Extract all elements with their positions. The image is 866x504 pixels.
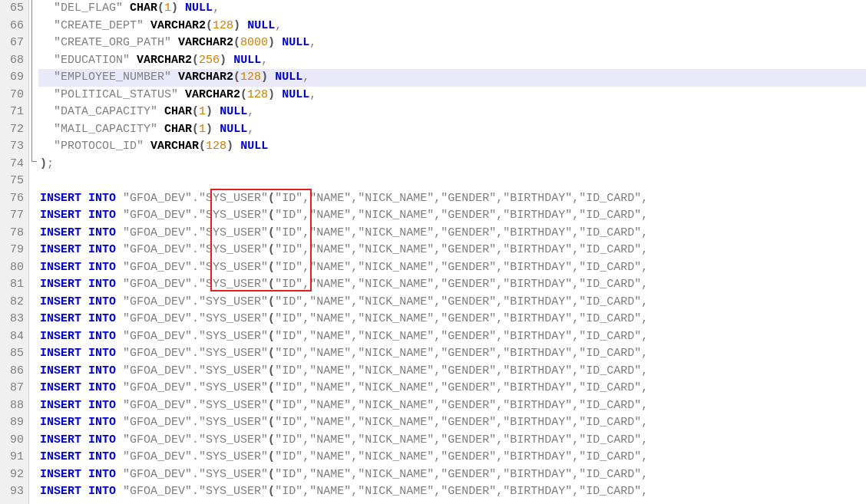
- code-line[interactable]: INSERT INTO "GFOA_DEV"."SYS_USER"("ID","…: [38, 449, 866, 466]
- code-line[interactable]: INSERT INTO "GFOA_DEV"."SYS_USER"("ID","…: [38, 414, 866, 432]
- insert-col: "NAME": [309, 312, 351, 325]
- table-name: "SYS_USER": [199, 209, 268, 222]
- insert-col: "BIRTHDAY": [503, 243, 572, 256]
- line-number: 91: [5, 449, 24, 466]
- table-name: "SYS_USER": [199, 381, 268, 394]
- null-keyword: NULL: [275, 71, 302, 84]
- code-area[interactable]: "DEL_FLAG" CHAR(1) NULL,"CREATE_DEPT" VA…: [38, 0, 866, 504]
- code-line[interactable]: INSERT INTO "GFOA_DEV"."SYS_USER"("ID","…: [38, 328, 866, 346]
- line-number: 74: [5, 156, 24, 173]
- column-type: VARCHAR2: [150, 19, 206, 32]
- insert-col: "GENDER": [441, 243, 496, 256]
- code-line[interactable]: INSERT INTO "GFOA_DEV"."SYS_USER"("ID","…: [38, 225, 866, 242]
- code-line[interactable]: "DATA_CAPACITY" CHAR(1) NULL,: [38, 104, 866, 121]
- code-line[interactable]: "MAIL_CAPACITY" CHAR(1) NULL,: [38, 121, 866, 139]
- insert-col: "ID": [275, 261, 302, 274]
- line-number: 77: [5, 207, 24, 225]
- line-number: 93: [5, 483, 24, 501]
- insert-col: "NAME": [309, 364, 351, 377]
- code-line[interactable]: INSERT INTO "GFOA_DEV"."SYS_USER"("ID","…: [38, 294, 866, 311]
- line-number: 78: [5, 225, 24, 242]
- insert-col: "ID_CARD": [579, 209, 641, 222]
- keyword-insert: INSERT: [40, 468, 81, 481]
- insert-col: "GENDER": [441, 295, 496, 308]
- code-line[interactable]: INSERT INTO "GFOA_DEV"."SYS_USER"("ID","…: [38, 276, 866, 294]
- insert-col: "NICK_NAME": [358, 295, 434, 308]
- column-size: 128: [240, 71, 261, 84]
- insert-col: "ID": [275, 399, 302, 412]
- insert-col: "BIRTHDAY": [503, 364, 572, 377]
- code-line[interactable]: INSERT INTO "GFOA_DEV"."SYS_USER"("ID","…: [38, 259, 866, 277]
- line-number: 76: [5, 190, 24, 208]
- keyword-insert: INSERT: [40, 433, 81, 446]
- insert-col: "ID_CARD": [579, 399, 641, 412]
- line-number: 81: [5, 276, 24, 294]
- keyword-insert: INSERT: [40, 399, 81, 412]
- code-line[interactable]: "POLITICAL_STATUS" VARCHAR2(128) NULL,: [38, 87, 866, 104]
- column-type: CHAR: [130, 2, 157, 15]
- insert-col: "NAME": [309, 243, 351, 256]
- insert-col: "ID_CARD": [579, 468, 641, 481]
- code-line[interactable]: INSERT INTO "GFOA_DEV"."SYS_USER"("ID","…: [38, 432, 866, 450]
- insert-col: "NICK_NAME": [358, 209, 434, 222]
- code-line[interactable]: INSERT INTO "GFOA_DEV"."SYS_USER"("ID","…: [38, 190, 866, 208]
- line-number: 80: [5, 259, 24, 277]
- insert-col: "ID": [275, 468, 302, 481]
- line-number: 82: [5, 294, 24, 311]
- column-name: "DEL_FLAG": [54, 2, 123, 15]
- column-name: "CREATE_DEPT": [54, 19, 144, 32]
- code-editor[interactable]: 6566676869707172737475767778798081828384…: [0, 0, 866, 504]
- keyword-insert: INSERT: [40, 312, 81, 325]
- code-line[interactable]: "EDUCATION" VARCHAR2(256) NULL,: [38, 52, 866, 70]
- code-line[interactable]: INSERT INTO "GFOA_DEV"."SYS_USER"("ID","…: [38, 466, 866, 484]
- insert-col: "GENDER": [441, 278, 496, 291]
- code-line[interactable]: INSERT INTO "GFOA_DEV"."SYS_USER"("ID","…: [38, 242, 866, 259]
- keyword-insert: INSERT: [40, 261, 81, 274]
- column-type: VARCHAR: [150, 140, 199, 153]
- code-line[interactable]: INSERT INTO "GFOA_DEV"."SYS_USER"("ID","…: [38, 483, 866, 501]
- insert-col: "NICK_NAME": [358, 192, 434, 205]
- table-name: "SYS_USER": [199, 399, 268, 412]
- insert-col: "BIRTHDAY": [503, 312, 572, 325]
- keyword-insert: INSERT: [40, 295, 81, 308]
- insert-col: "BIRTHDAY": [503, 381, 572, 394]
- insert-col: "ID_CARD": [579, 364, 641, 377]
- code-line[interactable]: [38, 173, 866, 190]
- code-line[interactable]: INSERT INTO "GFOA_DEV"."SYS_USER"("ID","…: [38, 311, 866, 328]
- table-name: "SYS_USER": [199, 485, 268, 498]
- column-size: 1: [164, 2, 171, 15]
- code-line[interactable]: "EMPLOYEE_NUMBER" VARCHAR2(128) NULL,: [38, 69, 866, 87]
- code-line[interactable]: INSERT INTO "GFOA_DEV"."SYS_USER"("ID","…: [38, 397, 866, 415]
- insert-col: "ID": [275, 278, 302, 291]
- insert-col: "NAME": [309, 450, 351, 463]
- keyword-insert: INSERT: [40, 381, 81, 394]
- insert-col: "BIRTHDAY": [503, 433, 572, 446]
- insert-col: "NICK_NAME": [358, 450, 434, 463]
- code-line[interactable]: INSERT INTO "GFOA_DEV"."SYS_USER"("ID","…: [38, 363, 866, 380]
- insert-col: "NICK_NAME": [358, 261, 434, 274]
- insert-col: "ID": [275, 364, 302, 377]
- code-line[interactable]: "DEL_FLAG" CHAR(1) NULL,: [38, 0, 866, 18]
- code-line[interactable]: );: [38, 156, 866, 173]
- code-line[interactable]: "CREATE_DEPT" VARCHAR2(128) NULL,: [38, 18, 866, 35]
- insert-col: "ID_CARD": [579, 416, 641, 429]
- table-name: "SYS_USER": [199, 261, 268, 274]
- code-line[interactable]: INSERT INTO "GFOA_DEV"."SYS_USER"("ID","…: [38, 380, 866, 397]
- insert-col: "ID": [275, 450, 302, 463]
- column-name: "MAIL_CAPACITY": [54, 123, 157, 136]
- column-name: "CREATE_ORG_PATH": [54, 36, 171, 49]
- code-line[interactable]: "CREATE_ORG_PATH" VARCHAR2(8000) NULL,: [38, 35, 866, 52]
- code-line[interactable]: INSERT INTO "GFOA_DEV"."SYS_USER"("ID","…: [38, 207, 866, 225]
- keyword-into: INTO: [88, 485, 116, 498]
- code-line[interactable]: "PROTOCOL_ID" VARCHAR(128) NULL: [38, 138, 866, 156]
- schema-name: "GFOA_DEV": [123, 312, 192, 325]
- insert-col: "ID_CARD": [579, 347, 641, 360]
- code-line[interactable]: INSERT INTO "GFOA_DEV"."SYS_USER"("ID","…: [38, 345, 866, 363]
- keyword-into: INTO: [88, 295, 116, 308]
- insert-col: "GENDER": [441, 364, 496, 377]
- keyword-insert: INSERT: [40, 192, 81, 205]
- column-size: 8000: [240, 36, 268, 49]
- schema-name: "GFOA_DEV": [123, 209, 192, 222]
- null-keyword: NULL: [220, 123, 247, 136]
- insert-col: "NAME": [309, 330, 351, 343]
